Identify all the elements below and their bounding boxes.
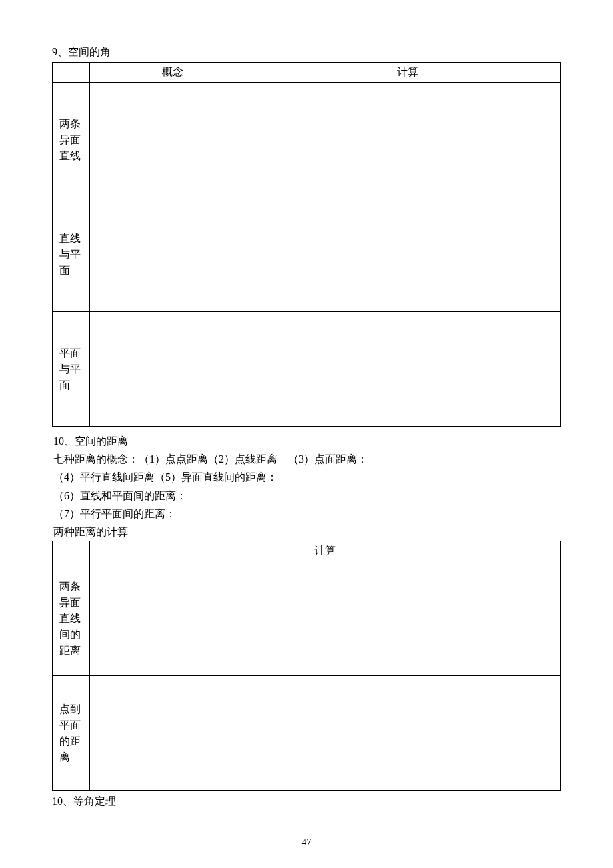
row-label: 直线 与平 面 (53, 197, 90, 312)
row-label: 两条 异面 直线 间的 距离 (53, 561, 90, 676)
table-header-calc: 计算 (90, 541, 561, 561)
table-row: 直线 与平 面 (53, 197, 561, 312)
row-label: 点到 平面 的距 离 (53, 676, 90, 791)
row-label: 平面 与平 面 (53, 312, 90, 427)
section-10b-title: 10、等角定理 (52, 795, 561, 809)
row-label: 两条 异面 直线 (53, 83, 90, 197)
table-header-calc: 计算 (255, 63, 561, 83)
row-calc (255, 312, 561, 427)
row-calc (90, 561, 561, 676)
section-9-table: 概念 计算 两条 异面 直线 直线 与平 面 平面 与平 面 (52, 62, 561, 427)
section-10-block: 10、空间的距离 七种距离的概念：（1）点点距离（2）点线距离 （3）点面距离：… (52, 432, 561, 541)
section-10-table: 计算 两条 异面 直线 间的 距离 点到 平面 的距 离 (52, 541, 561, 791)
distance-line: 七种距离的概念：（1）点点距离（2）点线距离 （3）点面距离： (53, 450, 561, 468)
row-label-text: 两条 异面 直线 (59, 118, 81, 161)
distance-line: （7）平行平面间的距离： (53, 505, 561, 523)
table-row: 两条 异面 直线 (53, 83, 561, 197)
row-label-text: 两条 异面 直线 间的 距离 (59, 581, 81, 656)
row-calc (90, 676, 561, 791)
table-header-row: 概念 计算 (53, 63, 561, 83)
table-header-row: 计算 (53, 541, 561, 561)
section-9-title: 9、空间的角 (52, 45, 561, 59)
row-calc (255, 83, 561, 197)
table-header-empty (53, 541, 90, 561)
row-calc (255, 197, 561, 312)
table-row: 两条 异面 直线 间的 距离 (53, 561, 561, 676)
row-concept (90, 83, 255, 197)
row-concept (90, 197, 255, 312)
table-header-empty (53, 63, 90, 83)
row-label-text: 平面 与平 面 (59, 347, 81, 391)
row-concept (90, 312, 255, 427)
row-label-text: 点到 平面 的距 离 (59, 703, 81, 763)
table-row: 点到 平面 的距 离 (53, 676, 561, 791)
distance-line: （6）直线和平面间的距离： (53, 487, 561, 505)
page-number: 47 (0, 837, 613, 848)
section-10-title: 10、空间的距离 (53, 432, 561, 450)
table-row: 平面 与平 面 (53, 312, 561, 427)
section-10-subtitle: 两种距离的计算 (53, 523, 561, 541)
table-header-concept: 概念 (90, 63, 255, 83)
row-label-text: 直线 与平 面 (59, 233, 81, 276)
distance-line: （4）平行直线间距离（5）异面直线间的距离： (53, 468, 561, 486)
